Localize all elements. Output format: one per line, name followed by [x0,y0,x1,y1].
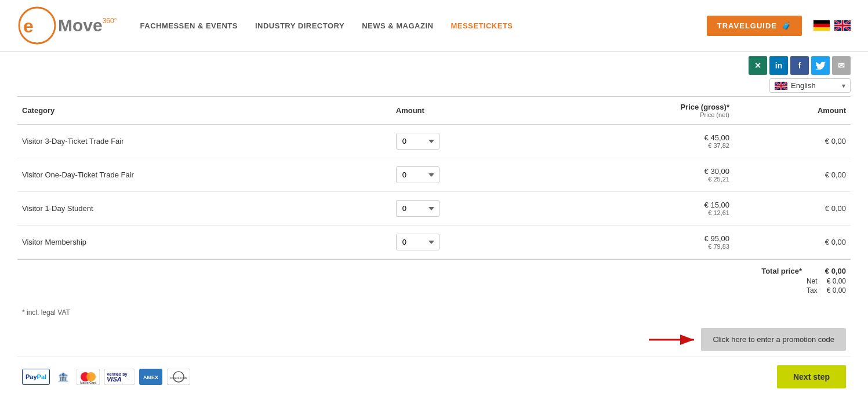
suitcase-icon: 🧳 [782,21,791,30]
logo[interactable]: e Move 360° [17,6,117,45]
diners-icon: Diners Club [167,369,190,385]
lang-flag-icon [775,82,787,90]
amount-cell: € 0,00 [734,192,851,226]
logo-360-text: 360° [103,17,117,25]
german-flag-icon[interactable] [813,20,830,31]
svg-text:Diners Club: Diners Club [170,376,187,380]
qty-cell: 012345678910 [391,125,554,158]
amount-cell: € 0,00 [734,125,851,158]
language-bar: English ▾ [0,75,868,96]
chevron-down-icon: ▾ [842,82,845,90]
next-step-button[interactable]: Next step [777,365,846,388]
travelguide-label: TRAVELGUIDE [717,21,777,30]
tax-value: € 0,00 [827,286,846,295]
svg-rect-2 [813,20,830,24]
svg-text:AMEX: AMEX [143,375,158,380]
price-cell: € 95,00€ 79,83 [554,226,734,259]
qty-select[interactable]: 012345678910 [396,133,440,150]
price-header: Price (gross)* Price (net) [554,97,734,125]
header: e Move 360° FACHMESSEN & EVENTS INDUSTRY… [0,0,868,52]
qty-cell: 012345678910 [391,226,554,259]
xing-icon[interactable]: ✕ [749,56,767,75]
bird-icon [815,61,826,70]
total-price-value: € 0,00 [811,267,846,275]
amount-header: Amount [391,97,554,125]
net-value: € 0,00 [827,277,846,285]
total-price-label: Total price* [761,267,802,275]
svg-text:VISA: VISA [107,376,122,383]
payment-icons: PayPal 🏦 MasterCard Verified by VISA [22,369,190,385]
amex-icon: AMEX [139,369,162,385]
ticket-table: Category Amount Price (gross)* Price (ne… [17,96,851,259]
promo-arrow-icon [649,331,701,348]
amount-cell: € 0,00 [734,226,851,259]
promo-code-button[interactable]: Click here to enter a promotion code [701,328,846,351]
svg-text:MasterCard: MasterCard [80,381,96,384]
table-row: Visitor 3-Day-Ticket Trade Fair012345678… [17,125,851,158]
price-net-header: Price (net) [559,111,729,118]
svg-point-11 [86,372,96,381]
payment-row: PayPal 🏦 MasterCard Verified by VISA [17,357,851,393]
qty-select[interactable]: 012345678910 [396,200,440,217]
net-label: Net [807,277,818,285]
flag-area [813,20,851,31]
nav-news[interactable]: NEWS & MAGAZIN [362,21,433,30]
travelguide-button[interactable]: TRAVELGUIDE 🧳 [707,16,802,36]
promo-section: Click here to enter a promotion code [17,322,851,357]
bank-transfer-icon: 🏦 [55,369,72,385]
language-selector[interactable]: English ▾ [769,78,851,93]
social-bar: ✕ in f ✉ [0,52,868,75]
tax-label: Tax [807,286,818,295]
amount-cell: € 0,00 [734,158,851,192]
qty-select[interactable]: 012345678910 [396,166,440,183]
price-cell: € 15,00€ 12,61 [554,192,734,226]
logo-move-text: Move [58,16,103,35]
category-cell: Visitor 3-Day-Ticket Trade Fair [17,125,391,158]
facebook-icon[interactable]: f [790,56,809,75]
category-cell: Visitor 1-Day Student [17,192,391,226]
total-section: Total price* € 0,00 Net € 0,00 Tax € 0,0… [17,259,851,303]
table-row: Visitor One-Day-Ticket Trade Fair0123456… [17,158,851,192]
svg-text:e: e [23,16,34,37]
logo-icon: e [17,6,57,45]
twitter-icon[interactable] [811,56,830,75]
category-cell: Visitor Membership [17,226,391,259]
nav-messetickets[interactable]: MESSETICKETS [451,21,513,30]
table-row: Visitor Membership012345678910€ 95,00€ 7… [17,226,851,259]
linkedin-icon[interactable]: in [769,56,788,75]
category-header: Category [17,97,391,125]
svg-rect-3 [813,24,830,27]
svg-rect-4 [813,27,830,31]
amount2-header: Amount [734,97,851,125]
qty-cell: 012345678910 [391,192,554,226]
price-cell: € 30,00€ 25,21 [554,158,734,192]
qty-cell: 012345678910 [391,158,554,192]
nav-fachmessen[interactable]: FACHMESSEN & EVENTS [140,21,238,30]
language-label: English [791,81,838,90]
category-cell: Visitor One-Day-Ticket Trade Fair [17,158,391,192]
qty-select[interactable]: 012345678910 [396,234,440,250]
main-nav: FACHMESSEN & EVENTS INDUSTRY DIRECTORY N… [140,21,707,30]
mail-icon[interactable]: ✉ [832,56,851,75]
visa-icon: Verified by VISA [104,369,135,385]
table-row: Visitor 1-Day Student012345678910€ 15,00… [17,192,851,226]
vat-note: * incl. legal VAT [17,303,851,322]
main-content: Category Amount Price (gross)* Price (ne… [0,96,868,405]
mastercard-icon: MasterCard [77,369,100,385]
paypal-icon: PayPal [22,369,50,385]
uk-flag-icon[interactable] [834,20,851,31]
price-cell: € 45,00€ 37,82 [554,125,734,158]
nav-industry[interactable]: INDUSTRY DIRECTORY [255,21,344,30]
